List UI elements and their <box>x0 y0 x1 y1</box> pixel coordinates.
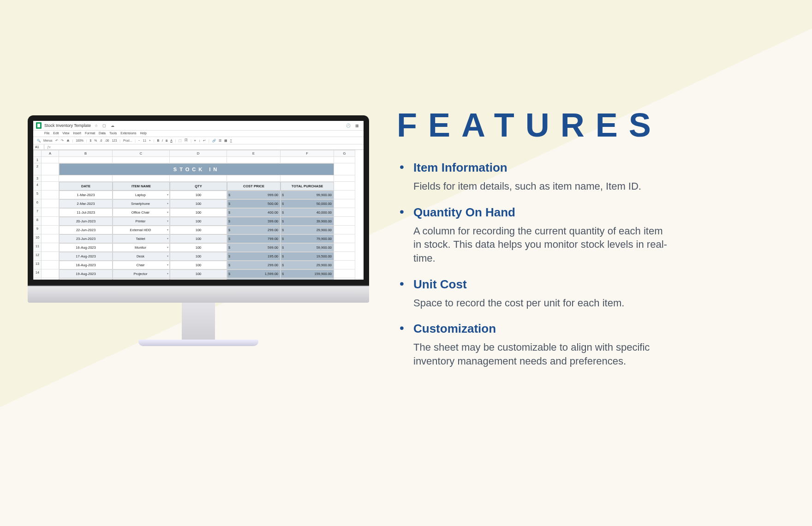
cell-item[interactable]: Tablet▾ <box>113 234 170 243</box>
cell-cost[interactable]: $399.00 <box>227 217 281 226</box>
cell-item[interactable]: Laptop▾ <box>113 191 170 199</box>
menu-extensions[interactable]: Extensions <box>120 132 136 135</box>
cell-date[interactable]: 20-Aug-2023 <box>59 278 113 280</box>
cell-total[interactable]: $50,000.00 <box>281 199 334 208</box>
top-right-icons[interactable]: 🕘 ▦ <box>346 124 361 128</box>
cell-qty[interactable]: 100 <box>170 199 227 208</box>
cell-date[interactable]: 23-Jun-2023 <box>59 234 113 243</box>
formula-bar[interactable]: A1 ƒx <box>33 144 364 150</box>
font-size[interactable]: 11 <box>143 139 146 142</box>
menu-help[interactable]: Help <box>140 132 146 135</box>
cell-cost[interactable]: $1,799.00 <box>227 278 281 280</box>
grid-corner[interactable] <box>33 150 42 157</box>
cell-cost[interactable]: $500.00 <box>227 199 281 208</box>
header-total-purchase[interactable]: TOTAL PURCHASE <box>281 182 334 191</box>
cell-date[interactable]: 11-Jul-2023 <box>59 208 113 217</box>
cell-total[interactable]: $19,500.00 <box>281 252 334 261</box>
menu-file[interactable]: File <box>44 132 49 135</box>
redo-icon[interactable]: ↷ <box>61 139 64 143</box>
row-1[interactable]: 1 <box>33 157 42 163</box>
cell-item[interactable]: External HDD▾ <box>113 226 170 234</box>
name-box[interactable]: A1 <box>33 144 44 149</box>
row-6[interactable]: 6 <box>33 199 42 208</box>
cell-qty[interactable]: 100 <box>170 191 227 199</box>
doc-title[interactable]: Stock Inventory Template <box>44 123 91 128</box>
row-14[interactable]: 14 <box>33 269 42 278</box>
col-D[interactable]: D <box>170 150 227 157</box>
col-F[interactable]: F <box>281 150 334 157</box>
header-item-name[interactable]: ITEM NAME <box>113 182 170 191</box>
cell-qty[interactable]: 100 <box>170 278 227 280</box>
cell-cost[interactable]: $400.00 <box>227 208 281 217</box>
cell-total[interactable]: $179,900.00 <box>281 278 334 280</box>
row-10[interactable]: 10 <box>33 234 42 243</box>
cell-cost[interactable]: $299.00 <box>227 226 281 234</box>
cell-qty[interactable]: 100 <box>170 217 227 226</box>
row-2[interactable]: 2 <box>33 163 42 175</box>
menu-data[interactable]: Data <box>99 132 106 135</box>
cell-item[interactable]: Smartphone▾ <box>113 199 170 208</box>
cell-qty[interactable]: 100 <box>170 226 227 234</box>
menu-edit[interactable]: Edit <box>53 132 59 135</box>
fx-icon[interactable]: ƒx <box>44 144 53 149</box>
col-B[interactable]: B <box>59 150 113 157</box>
row-12[interactable]: 12 <box>33 252 42 261</box>
col-E[interactable]: E <box>227 150 281 157</box>
cell-total[interactable]: $39,900.00 <box>281 217 334 226</box>
cell-date[interactable]: 20-Jun-2023 <box>59 217 113 226</box>
font-select[interactable]: Prod... <box>123 139 132 142</box>
cell-date[interactable]: 2-Mar-2023 <box>59 199 113 208</box>
col-C[interactable]: C <box>113 150 170 157</box>
row-7[interactable]: 7 <box>33 208 42 217</box>
cell-qty[interactable]: 100 <box>170 234 227 243</box>
menu-tools[interactable]: Tools <box>109 132 117 135</box>
col-A[interactable]: A <box>42 150 59 157</box>
cell-qty[interactable]: 100 <box>170 252 227 261</box>
cell-qty[interactable]: 100 <box>170 208 227 217</box>
cell-date[interactable]: 18-Aug-2023 <box>59 261 113 269</box>
cell-item[interactable]: Office Chair▾ <box>113 208 170 217</box>
cell-cost[interactable]: $799.00 <box>227 234 281 243</box>
cell-item[interactable]: Monitor▾ <box>113 243 170 252</box>
title-actions[interactable]: ☆ ▢ ☁ <box>95 124 116 128</box>
header-date[interactable]: DATE <box>59 182 113 191</box>
cell-date[interactable]: 17-Aug-2023 <box>59 252 113 261</box>
cell-item[interactable]: Projector▾ <box>113 269 170 278</box>
cell-total[interactable]: $159,900.00 <box>281 269 334 278</box>
cell-item[interactable]: Printer▾ <box>113 217 170 226</box>
cell-date[interactable]: 22-Jun-2023 <box>59 226 113 234</box>
cell-cost[interactable]: $999.00 <box>227 191 281 199</box>
col-G[interactable]: G <box>334 150 355 157</box>
print-icon[interactable]: 🖶 <box>66 139 70 142</box>
header-qty[interactable]: QTY <box>170 182 227 191</box>
row-11[interactable]: 11 <box>33 243 42 252</box>
menu-view[interactable]: View <box>62 132 69 135</box>
row-4[interactable]: 4 <box>33 182 42 191</box>
header-cost-price[interactable]: COST PRICE <box>227 182 281 191</box>
cell-date[interactable]: 1-Mar-2023 <box>59 191 113 199</box>
search-icon[interactable]: 🔍 <box>37 139 41 143</box>
cell-item[interactable]: TV▾ <box>113 278 170 280</box>
spreadsheet-grid[interactable]: ABCDEFG12STOCK IN34DATEITEM NAMEQTYCOST … <box>33 150 364 280</box>
cell-item[interactable]: Chair▾ <box>113 261 170 269</box>
row-8[interactable]: 8 <box>33 217 42 226</box>
menu-insert[interactable]: Insert <box>73 132 81 135</box>
cell-cost[interactable]: $1,599.00 <box>227 269 281 278</box>
cell-item[interactable]: Desk▾ <box>113 252 170 261</box>
row-5[interactable]: 5 <box>33 191 42 199</box>
row-9[interactable]: 9 <box>33 226 42 234</box>
cell-qty[interactable]: 100 <box>170 243 227 252</box>
undo-icon[interactable]: ↶ <box>55 139 58 143</box>
row-13[interactable]: 13 <box>33 261 42 269</box>
cell-total[interactable]: $99,900.00 <box>281 191 334 199</box>
menu-bar[interactable]: FileEditViewInsertFormatDataToolsExtensi… <box>33 131 364 137</box>
cell-qty[interactable]: 100 <box>170 269 227 278</box>
row-3[interactable]: 3 <box>33 175 42 182</box>
cell-cost[interactable]: $299.00 <box>227 261 281 269</box>
cell-qty[interactable]: 100 <box>170 261 227 269</box>
cell-total[interactable]: $59,900.00 <box>281 243 334 252</box>
toolbar-search[interactable]: Menus <box>43 139 53 142</box>
zoom-select[interactable]: 100% <box>76 139 84 142</box>
cell-cost[interactable]: $195.00 <box>227 252 281 261</box>
cell-total[interactable]: $40,000.00 <box>281 208 334 217</box>
